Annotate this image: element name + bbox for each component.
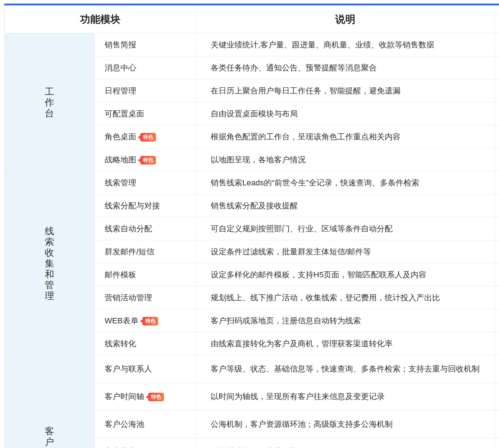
module-label: 销售简报 [105, 40, 136, 49]
module-cell: 客户时间轴特色 [94, 383, 196, 411]
description-cell: 自由设置桌面模块与布局 [196, 102, 494, 125]
module-label: 线索分配与对接 [105, 201, 160, 210]
description-cell: 客户等级、状态、基础信息等，快速查询、多条件检索；支持去重与回收机制 [196, 355, 494, 383]
module-label: 线索转化 [105, 339, 136, 348]
description-cell: 跨越基础权限，为业务协同服务 [196, 438, 494, 448]
module-label: WEB表单 [105, 316, 138, 325]
cutoff-cell [494, 125, 499, 148]
module-label: 日程管理 [105, 86, 136, 95]
module-cell: 线索自动分配 [94, 217, 196, 240]
description-cell: 关键业绩统计,客户量、跟进量、商机量、业绩、收款等销售数据 [196, 33, 494, 56]
module-label: 线索自动分配 [105, 224, 152, 233]
module-cell: 线索管理 [94, 171, 196, 194]
cutoff-cell [494, 217, 499, 240]
module-label: 群发邮件/短信 [105, 247, 154, 256]
cutoff-cell [494, 355, 499, 383]
category-label: 客户管理 [45, 426, 54, 448]
description-cell: 以时间为轴线，呈现所有客户往来信息及变更记录 [196, 383, 494, 411]
category-cell: 客户管理 [4, 355, 94, 448]
cutoff-cell [494, 148, 499, 171]
category-label: 工作台 [45, 86, 54, 119]
column-header-module: 功能模块 [4, 5, 196, 33]
module-cell: 群发邮件/短信 [94, 240, 196, 263]
description-cell: 各类任务待办、通知公告、预警提醒等消息聚合 [196, 56, 494, 79]
cutoff-cell [494, 33, 499, 56]
description-cell: 由线索直接转化为客户及商机，管理获客渠道转化率 [196, 332, 494, 355]
module-cell: WEB表单特色 [94, 309, 196, 332]
description-cell: 销售线索Leads的“前世今生”全记录，快速查询、多条件检索 [196, 171, 494, 194]
description-cell: 在日历上聚合用户每日工作任务，智能提醒，避免遗漏 [196, 79, 494, 102]
page: { "meta": { "colors": { "accent_blue": "… [0, 0, 499, 448]
module-cell: 销售简报 [94, 33, 196, 56]
module-cell: 营销活动管理 [94, 286, 196, 309]
description-cell: 以地图呈现，各地客户情况 [196, 148, 494, 171]
cutoff-cell [494, 286, 499, 309]
module-cell: 可配置桌面 [94, 102, 196, 125]
header-row: 功能模块 说明 [4, 5, 499, 33]
description-cell: 设定多样化的邮件模板，支持H5页面，智能匹配联系人及内容 [196, 263, 494, 286]
cutoff-cell [494, 263, 499, 286]
table-row: 客户管理客户与联系人客户等级、状态、基础信息等，快速查询、多条件检索；支持去重与… [4, 355, 499, 383]
cutoff-cell [494, 171, 499, 194]
cutoff-cell [494, 240, 499, 263]
module-label: 客户与联系人 [105, 364, 152, 373]
module-label: 战略地图 [105, 155, 136, 164]
module-label: 可配置桌面 [105, 109, 144, 118]
table-header: 功能模块 说明 [4, 5, 499, 33]
module-cell: 客户与联系人 [94, 355, 196, 383]
description-cell: 销售线索分配及接收提醒 [196, 194, 494, 217]
category-label: 线索收集和管理 [45, 226, 54, 301]
module-cell: 战略地图特色 [94, 148, 196, 171]
cutoff-cell [494, 438, 499, 448]
column-header-cutoff [494, 5, 499, 33]
module-label: 邮件模板 [105, 270, 136, 279]
description-cell: 规划线上、线下推广活动，收集线索，登记费用，统计投入产出比 [196, 286, 494, 309]
module-cell: 客户公海池 [94, 411, 196, 438]
featured-badge: 特色 [142, 317, 158, 325]
column-header-description: 说明 [196, 5, 494, 33]
cutoff-cell [494, 56, 499, 79]
cutoff-cell [494, 383, 499, 411]
module-label: 角色桌面 [105, 132, 136, 141]
cutoff-cell [494, 194, 499, 217]
featured-badge: 特色 [148, 393, 164, 401]
module-cell: 消息中心 [94, 56, 196, 79]
description-cell: 设定条件过滤线索，批量群发主体短信/邮件等 [196, 240, 494, 263]
module-cell: 角色桌面特色 [94, 125, 196, 148]
table-row: 线索收集和管理线索管理销售线索Leads的“前世今生”全记录，快速查询、多条件检… [4, 171, 499, 194]
module-label: 客户时间轴 [105, 392, 144, 401]
cutoff-cell [494, 309, 499, 332]
category-cell: 线索收集和管理 [4, 171, 94, 355]
module-label: 客户公海池 [105, 420, 144, 429]
module-cell: 日程管理 [94, 79, 196, 102]
category-cell: 工作台 [4, 33, 94, 171]
module-cell: 邮件模板 [94, 263, 196, 286]
feature-table-body: 工作台销售简报关键业绩统计,客户量、跟进量、商机量、业绩、收款等销售数据消息中心… [4, 33, 499, 448]
description-cell: 公海机制，客户资源循环池；高级版支持多公海机制 [196, 411, 494, 438]
description-cell: 可自定义规则按照部门、行业、区域等条件自动分配 [196, 217, 494, 240]
cutoff-cell [494, 332, 499, 355]
module-label: 营销活动管理 [105, 293, 152, 302]
featured-badge: 特色 [140, 156, 156, 165]
feature-table: 功能模块 说明 工作台销售简报关键业绩统计,客户量、跟进量、商机量、业绩、收款等… [4, 5, 499, 448]
module-cell: 客户共享 [94, 438, 196, 448]
description-cell: 客户扫码或落地页，注册信息自动转为线索 [196, 309, 494, 332]
cutoff-cell [494, 411, 499, 438]
module-cell: 线索分配与对接 [94, 194, 196, 217]
table-row: 工作台销售简报关键业绩统计,客户量、跟进量、商机量、业绩、收款等销售数据 [4, 33, 499, 56]
module-label: 消息中心 [105, 63, 136, 72]
cutoff-cell [494, 79, 499, 102]
description-cell: 根据角色配置的工作台，呈现该角色工作重点相关内容 [196, 125, 494, 148]
cutoff-cell [494, 102, 499, 125]
featured-badge: 特色 [140, 133, 156, 142]
module-label: 线索管理 [105, 178, 136, 187]
module-cell: 线索转化 [94, 332, 196, 355]
